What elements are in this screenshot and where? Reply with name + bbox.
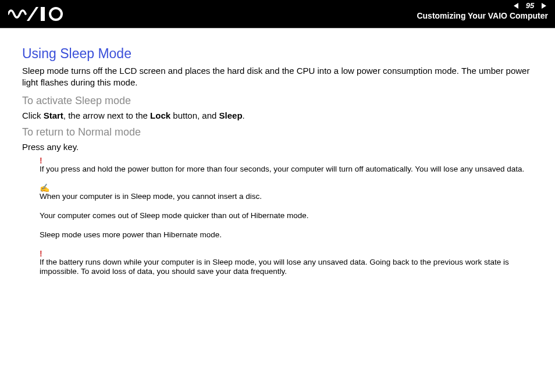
svg-rect-0 (41, 7, 45, 21)
note-warning: ! If the battery runs down while your co… (40, 250, 533, 277)
subheading-return: To return to Normal mode (22, 126, 533, 138)
intro-paragraph: Sleep mode turns off the LCD screen and … (22, 65, 533, 88)
tip-icon: ✍ (40, 184, 533, 192)
warning-icon: ! (40, 156, 533, 165)
section-label: Customizing Your VAIO Computer (417, 11, 548, 20)
instr-bold-sleep: Sleep (219, 111, 243, 120)
instr-text: button, and (170, 111, 219, 120)
svg-marker-2 (514, 3, 518, 9)
svg-marker-3 (542, 3, 546, 9)
instr-bold-lock: Lock (150, 111, 170, 120)
content-area: Using Sleep Mode Sleep mode turns off th… (0, 28, 555, 298)
svg-point-1 (50, 8, 62, 20)
note-warning: ! If you press and hold the power button… (40, 156, 533, 174)
note-text: If the battery runs down while your comp… (40, 258, 509, 276)
page-number: 95 (524, 2, 536, 10)
note-info: Your computer comes out of Sleep mode qu… (40, 211, 533, 221)
instr-text: Click (22, 111, 44, 120)
header-bar: 95 Customizing Your VAIO Computer (0, 0, 555, 28)
instr-bold-start: Start (44, 111, 63, 120)
next-page-arrow[interactable] (539, 2, 548, 9)
notes-block: ! If you press and hold the power button… (40, 156, 533, 277)
note-text: If you press and hold the power button f… (40, 165, 524, 173)
instr-text: . (243, 111, 245, 120)
warning-icon: ! (40, 250, 533, 258)
note-tip: ✍ When your computer is in Sleep mode, y… (40, 184, 533, 202)
note-text: When your computer is in Sleep mode, you… (40, 192, 262, 201)
return-instruction: Press any key. (22, 142, 533, 152)
instr-text: , the arrow next to the (63, 111, 150, 120)
vaio-logo (8, 5, 72, 23)
page-title: Using Sleep Mode (22, 46, 533, 62)
note-text: Sleep mode uses more power than Hibernat… (40, 230, 222, 239)
page-navigation: 95 Customizing Your VAIO Computer (417, 2, 548, 20)
note-info: Sleep mode uses more power than Hibernat… (40, 230, 533, 240)
prev-page-arrow[interactable] (512, 2, 521, 9)
note-text: Your computer comes out of Sleep mode qu… (40, 211, 309, 220)
activate-instruction: Click Start, the arrow next to the Lock … (22, 111, 533, 120)
subheading-activate: To activate Sleep mode (22, 95, 533, 107)
